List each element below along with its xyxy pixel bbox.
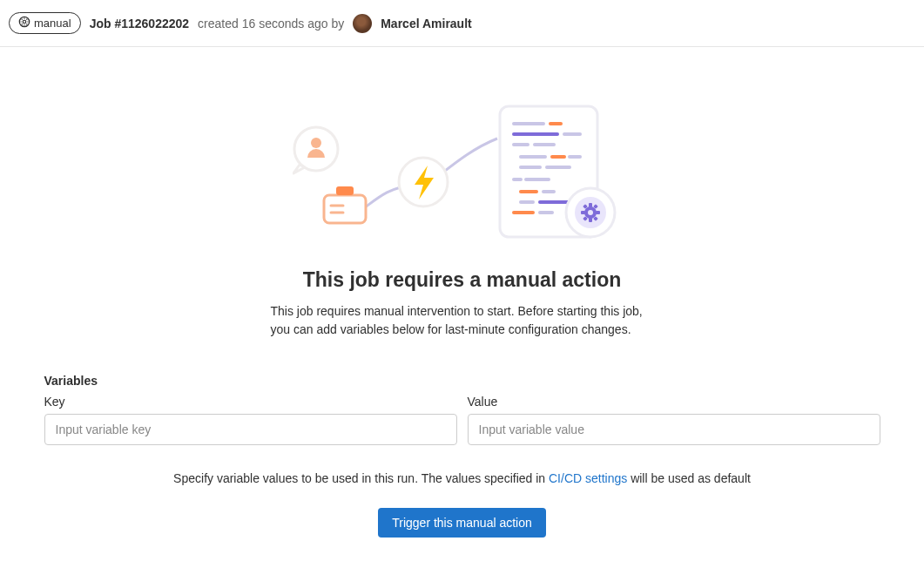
illustration bbox=[293, 99, 632, 247]
gear-icon bbox=[18, 16, 30, 30]
variable-value-input[interactable] bbox=[468, 414, 880, 445]
page-description: This job requires manual intervention to… bbox=[271, 302, 654, 339]
svg-point-1 bbox=[23, 20, 26, 24]
svg-rect-4 bbox=[324, 195, 366, 223]
job-header: manual Job #1126022202 created 16 second… bbox=[0, 0, 924, 47]
status-badge-label: manual bbox=[34, 17, 71, 30]
svg-rect-5 bbox=[336, 186, 354, 195]
svg-rect-35 bbox=[581, 211, 585, 214]
avatar[interactable] bbox=[353, 14, 372, 33]
status-badge: manual bbox=[9, 12, 81, 34]
svg-rect-33 bbox=[589, 203, 592, 207]
variable-key-input[interactable] bbox=[44, 414, 457, 445]
svg-rect-36 bbox=[596, 211, 600, 214]
trigger-button[interactable]: Trigger this manual action bbox=[378, 508, 546, 538]
variables-section-label: Variables bbox=[44, 374, 880, 388]
key-label: Key bbox=[44, 395, 457, 409]
svg-point-3 bbox=[311, 138, 321, 148]
author-name[interactable]: Marcel Amirault bbox=[381, 17, 472, 30]
variables-row: Key Value bbox=[44, 395, 880, 445]
created-text: created 16 seconds ago by bbox=[198, 17, 344, 30]
job-id: Job #1126022202 bbox=[90, 17, 189, 30]
settings-link[interactable]: CI/CD settings bbox=[549, 471, 627, 485]
value-label: Value bbox=[468, 395, 880, 409]
helper-prefix: Specify variable values to be used in th… bbox=[173, 471, 549, 485]
main-content: This job requires a manual action This j… bbox=[18, 47, 907, 564]
svg-rect-34 bbox=[589, 218, 592, 222]
helper-suffix: will be used as default bbox=[627, 471, 751, 485]
svg-point-32 bbox=[588, 210, 593, 215]
helper-text: Specify variable values to be used in th… bbox=[44, 471, 880, 485]
page-title: This job requires a manual action bbox=[44, 268, 880, 292]
